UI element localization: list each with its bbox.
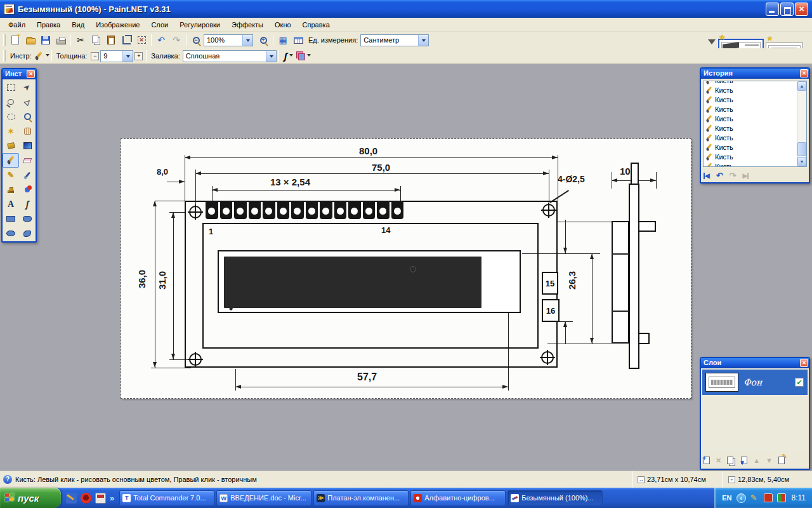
- fill-style-combo[interactable]: Сплошная: [183, 50, 277, 62]
- active-tool-button[interactable]: [34, 49, 49, 63]
- task-button-word-doc[interactable]: W ВВЕДЕНИЕ.doc - Micr...: [216, 490, 311, 506]
- quick-launch-paintnet-icon[interactable]: [66, 493, 77, 504]
- add-layer-button[interactable]: ＋: [704, 457, 710, 464]
- history-item[interactable]: Кисть: [704, 104, 796, 114]
- history-item[interactable]: Кисть: [704, 95, 796, 104]
- text-tool[interactable]: A: [3, 197, 19, 211]
- line-curve-tool[interactable]: ʃ: [19, 197, 36, 211]
- zoom-in-button[interactable]: +: [256, 33, 271, 47]
- close-icon[interactable]: ✕: [27, 70, 35, 78]
- gradient-tool[interactable]: [19, 138, 36, 153]
- new-file-button[interactable]: [8, 33, 23, 47]
- lasso-select-tool[interactable]: [3, 95, 19, 109]
- canvas[interactable]: 80,0 75,0 8,0 13 × 2,54 4-Ø2,5 10,0 36,0…: [121, 138, 691, 399]
- restore-button[interactable]: [780, 3, 794, 16]
- chevron-down-icon[interactable]: [418, 35, 428, 46]
- title-bar[interactable]: Безымянный (100%) - Paint.NET v3.31 ✕: [0, 0, 812, 18]
- menu-item[interactable]: Регулировки: [174, 19, 226, 30]
- history-undo-button[interactable]: ↶: [716, 171, 723, 180]
- layer-visibility-checkbox[interactable]: ✔: [795, 378, 804, 387]
- blend-mode-button[interactable]: [296, 49, 311, 63]
- layer-properties-button[interactable]: ✎: [778, 457, 785, 464]
- move-layer-up-button[interactable]: ▲: [753, 457, 760, 464]
- merge-down-button[interactable]: ▼: [741, 457, 747, 464]
- color-picker-tool[interactable]: [19, 168, 36, 182]
- menu-item[interactable]: Вид: [66, 19, 90, 30]
- menu-item[interactable]: Изображение: [90, 19, 145, 30]
- close-button[interactable]: ✕: [795, 3, 808, 16]
- task-button-paintnet-active[interactable]: Безымянный (100%)...: [508, 490, 603, 506]
- chevron-down-icon[interactable]: [266, 51, 276, 62]
- history-item[interactable]: Кисть: [704, 123, 796, 133]
- task-button-total-commander[interactable]: T Total Commander 7.0...: [119, 490, 214, 506]
- tools-palette-titlebar[interactable]: Инст ✕: [3, 69, 36, 79]
- history-item[interactable]: Кисть: [704, 152, 796, 161]
- move-pixels-tool[interactable]: ➤: [19, 80, 36, 95]
- toolbar-grip[interactable]: [3, 50, 6, 62]
- move-selection-tool[interactable]: ▷: [19, 95, 36, 109]
- antialias-button[interactable]: ʃ: [281, 49, 296, 63]
- move-layer-down-button[interactable]: ▼: [766, 457, 773, 464]
- menu-item[interactable]: Слои: [145, 19, 174, 30]
- zoom-out-button[interactable]: −: [188, 33, 204, 47]
- clone-stamp-tool[interactable]: [3, 182, 19, 197]
- pencil-tool[interactable]: ✎: [3, 168, 19, 182]
- scroll-down-button[interactable]: ▼: [797, 157, 806, 166]
- zoom-tool[interactable]: [19, 109, 36, 124]
- copy-button[interactable]: [88, 33, 103, 47]
- delete-layer-button[interactable]: ✕: [716, 457, 721, 465]
- save-button[interactable]: [38, 33, 53, 47]
- tray-blocks-icon[interactable]: [777, 493, 786, 502]
- redo-button[interactable]: ↷: [169, 33, 184, 47]
- close-icon[interactable]: ✕: [800, 69, 808, 77]
- units-combo[interactable]: Сантиметр: [360, 34, 429, 46]
- undo-button[interactable]: ↶: [154, 33, 169, 47]
- paint-bucket-tool[interactable]: [3, 138, 19, 153]
- width-increase-button[interactable]: +: [134, 52, 143, 60]
- history-item[interactable]: Кисть: [704, 142, 796, 152]
- grid-toggle-button[interactable]: ▦: [275, 33, 291, 47]
- tray-pen-icon[interactable]: ✎: [750, 493, 759, 502]
- task-button-alfavitno[interactable]: Алфавитно-цифров...: [410, 490, 506, 506]
- deselect-button[interactable]: ✕: [134, 33, 149, 47]
- ruler-toggle-button[interactable]: [291, 33, 306, 47]
- scroll-up-button[interactable]: ▲: [797, 81, 806, 91]
- recolor-tool[interactable]: [19, 182, 36, 197]
- task-button-platan[interactable]: ≫ Платан-эл.компанен...: [313, 490, 409, 506]
- freeform-shape-tool[interactable]: [19, 226, 36, 241]
- history-item[interactable]: Кисть: [704, 133, 796, 142]
- menu-item[interactable]: Окно: [269, 19, 297, 30]
- history-redo-button[interactable]: ↷: [730, 171, 737, 180]
- quick-launch-browser-icon[interactable]: [81, 493, 91, 504]
- history-item[interactable]: Кисть: [704, 161, 796, 167]
- tray-monitor-icon[interactable]: [764, 493, 773, 502]
- width-combo[interactable]: 9: [100, 50, 133, 62]
- toolbar-grip[interactable]: [3, 34, 6, 46]
- crop-button[interactable]: [119, 33, 134, 47]
- rounded-rectangle-tool[interactable]: [19, 211, 36, 226]
- chevron-down-icon[interactable]: [122, 51, 133, 62]
- start-button[interactable]: пуск: [0, 488, 61, 508]
- menu-item[interactable]: Справка: [297, 19, 336, 30]
- paintbrush-tool-selected[interactable]: [3, 153, 19, 168]
- language-indicator[interactable]: EN: [722, 494, 731, 502]
- paste-button[interactable]: [103, 33, 119, 47]
- cut-button[interactable]: ✂: [73, 33, 88, 47]
- layers-palette-titlebar[interactable]: Слои ✕: [701, 358, 809, 368]
- menu-item[interactable]: Файл: [3, 19, 31, 30]
- print-button[interactable]: [53, 33, 69, 47]
- layer-row-selected[interactable]: Фон ✔: [702, 370, 808, 395]
- zoom-combo[interactable]: 100%: [204, 34, 253, 46]
- chevron-down-icon[interactable]: [242, 35, 252, 46]
- open-file-button[interactable]: [23, 33, 38, 47]
- history-palette-titlebar[interactable]: История ✕: [701, 69, 809, 79]
- duplicate-layer-button[interactable]: [727, 457, 733, 464]
- rect-select-tool[interactable]: [3, 80, 19, 95]
- menu-item[interactable]: Правка: [31, 19, 66, 30]
- menu-item[interactable]: Эффекты: [226, 19, 269, 30]
- rewind-to-start-button[interactable]: ◀: [704, 172, 710, 179]
- scrollbar-thumb[interactable]: [797, 142, 806, 156]
- magic-wand-tool[interactable]: ✶: [3, 124, 19, 138]
- taskbar-clock[interactable]: 8:11: [790, 493, 806, 502]
- width-decrease-button[interactable]: −: [91, 52, 99, 60]
